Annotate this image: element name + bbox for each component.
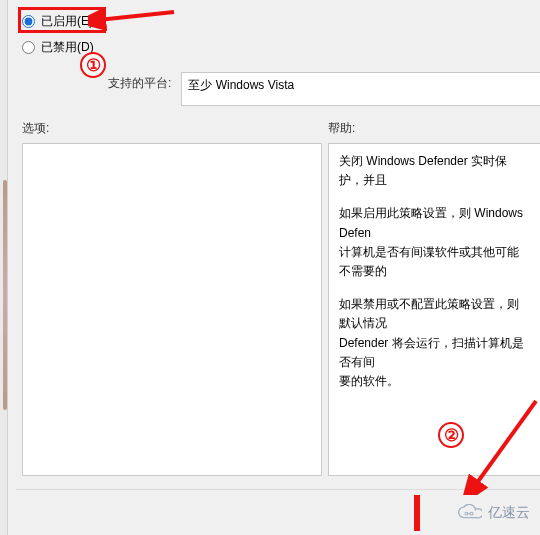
window-left-edge	[0, 0, 8, 535]
options-box[interactable]	[22, 143, 322, 476]
options-label: 选项:	[22, 120, 322, 137]
help-line: 如果禁用或不配置此策略设置，则默认情况 Defender 将会运行，扫描计算机是…	[339, 295, 530, 391]
svg-point-0	[465, 512, 468, 515]
options-help-split: 选项: 帮助: 关闭 Windows Defender 实时保护，并且 如果启用…	[8, 116, 540, 476]
policy-dialog-body: 已启用(E) 已禁用(D) 支持的平台: 至少 Windows Vista 选项…	[8, 0, 540, 535]
radio-row-disabled[interactable]: 已禁用(D)	[22, 36, 540, 58]
help-column: 帮助: 关闭 Windows Defender 实时保护，并且 如果启用此策略设…	[328, 116, 540, 476]
options-column: 选项:	[22, 116, 322, 476]
dialog-bottom-bar: 亿速云	[16, 489, 540, 535]
help-label: 帮助:	[328, 120, 540, 137]
supported-platform-value: 至少 Windows Vista	[181, 72, 540, 106]
radio-enabled[interactable]	[22, 15, 35, 28]
radio-enabled-label: 已启用(E)	[41, 13, 93, 30]
radio-row-enabled[interactable]: 已启用(E)	[22, 10, 540, 32]
watermark-text: 亿速云	[488, 504, 530, 522]
help-line: 关闭 Windows Defender 实时保护，并且	[339, 152, 530, 190]
supported-platform-row: 支持的平台: 至少 Windows Vista	[8, 66, 540, 116]
svg-point-1	[470, 512, 473, 515]
annotation-button-edge	[414, 495, 420, 531]
watermark-logo: 亿速云	[456, 504, 530, 522]
radio-group-state: 已启用(E) 已禁用(D)	[8, 0, 540, 66]
cloud-icon	[456, 504, 482, 522]
help-box: 关闭 Windows Defender 实时保护，并且 如果启用此策略设置，则 …	[328, 143, 540, 476]
help-line: 如果启用此策略设置，则 Windows Defen 计算机是否有间谍软件或其他可…	[339, 204, 530, 281]
supported-platform-label: 支持的平台:	[108, 72, 171, 92]
radio-disabled-label: 已禁用(D)	[41, 39, 94, 56]
radio-disabled[interactable]	[22, 41, 35, 54]
